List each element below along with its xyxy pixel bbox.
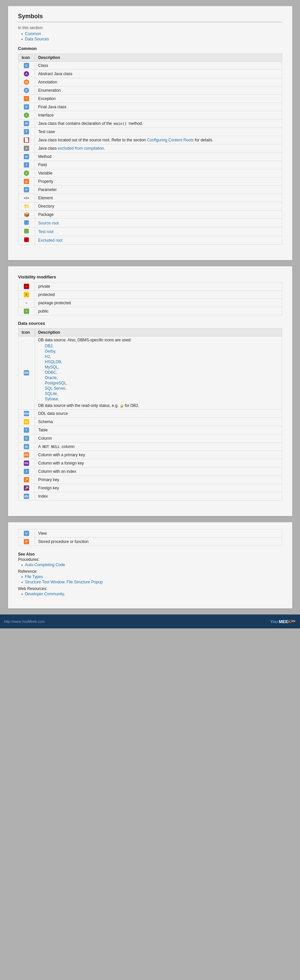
visibility-table: − private # protected ~ package protecte… [18, 282, 282, 315]
desc-column: Column [35, 434, 282, 443]
visibility-title: Visibility modifiers [18, 274, 282, 280]
icon-fk-col: FK [18, 459, 35, 468]
h2-link[interactable]: H2, [45, 354, 51, 359]
main-icon: M [24, 121, 29, 126]
procedures-list: Auto-Completing Code [22, 563, 282, 567]
db-readonly-note: DB data source with the read-only status… [38, 403, 278, 408]
desc-element: Element [35, 194, 282, 202]
icon-param: P [18, 186, 35, 194]
web-list: Developer Community, [22, 592, 282, 596]
table-row-public: + public [18, 307, 282, 315]
list-item: Sybase, [45, 397, 278, 401]
icon-pk: 🔑 [18, 476, 35, 484]
test-icon: T [24, 129, 29, 134]
table-row: M Java class that contains declaration o… [18, 119, 282, 128]
icon-protected: # [18, 291, 35, 299]
desc-private: private [35, 282, 282, 291]
db2-link[interactable]: DB2, [45, 344, 54, 348]
dbms-sublist: DB2, Derby, H2, HSQLDB, MySQL, ODBC, Ora… [45, 344, 278, 401]
icon-abstract: A [18, 70, 35, 78]
icon-outside: 📄 [18, 136, 35, 144]
footer-bar: http://www.YouMeek.com You MEE K [0, 614, 300, 628]
table-row: 📁 Directory [18, 202, 282, 210]
reference-label: Reference: [18, 569, 282, 574]
desc-package-protected: package protected [35, 299, 282, 307]
icon-method: m [18, 153, 35, 161]
icon-proc: P [18, 538, 35, 546]
variable-icon: v [24, 170, 29, 176]
enum-icon: E [24, 88, 29, 93]
desc-excluded: Java class excluded from compilation. [35, 144, 282, 153]
toc-list: Common Data Sources [22, 32, 282, 41]
fk-icon: 🔑 [24, 485, 29, 491]
table-row-test-root: Test root [18, 228, 282, 236]
sqlite-link[interactable]: SQLite, [45, 391, 58, 396]
odbc-link[interactable]: ODBC, [45, 370, 57, 375]
icon-enum: E [18, 86, 35, 95]
toc-item-common[interactable]: Common [22, 32, 282, 36]
table-row-idx: Idx Index [18, 492, 282, 501]
toc-item-datasources[interactable]: Data Sources [22, 37, 282, 41]
sybase-link[interactable]: Sybase, [45, 397, 59, 401]
structure-tool-link[interactable]: Structure Tool Window, File Structure Po… [25, 580, 103, 584]
table-row: T Test case [18, 128, 282, 136]
icon-final: F [18, 103, 35, 111]
annotation-icon: @ [24, 80, 29, 85]
auto-completing-link[interactable]: Auto-Completing Code [25, 563, 65, 567]
desc-param: Parameter [35, 186, 282, 194]
element-icon: </> [24, 195, 29, 200]
toc-link-common[interactable]: Common [25, 32, 41, 36]
desc-final: Final Java class [35, 103, 282, 111]
final-icon: F [24, 104, 29, 110]
list-item: SQL Server, [45, 386, 278, 391]
common-section-title: Common [18, 46, 282, 51]
table-row: E Enumeration [18, 86, 282, 95]
fk-col-icon: FK [24, 461, 29, 466]
desc-test-root: Test root [35, 228, 282, 236]
hsqldb-link[interactable]: HSQLDB, [45, 360, 62, 364]
toc-link-datasources[interactable]: Data Sources [25, 37, 49, 41]
desc-source-root: Source root [35, 219, 282, 228]
table-row-excluded-root: Excluded root [18, 236, 282, 245]
mysql-link[interactable]: MySQL, [45, 365, 59, 369]
table-row: X Java class excluded from compilation. [18, 144, 282, 153]
icon-ddl: DDL [18, 410, 35, 418]
desc-pk-col: Column with a primary key [35, 451, 282, 459]
footer-url: http://www.YouMeek.com [4, 619, 44, 624]
icon-class: C [18, 62, 35, 70]
table-row: I Interface [18, 111, 282, 119]
db-icon: DB [24, 370, 29, 375]
icon-field: f [18, 161, 35, 169]
desc-pk: Primary key [35, 476, 282, 484]
table-row: p Property [18, 177, 282, 186]
svg-text:MEE: MEE [279, 619, 289, 624]
developer-community-link[interactable]: Developer Community, [25, 592, 65, 596]
abstract-icon: A [24, 71, 29, 76]
list-item: PostgreSQL, [45, 381, 278, 385]
method-icon: m [24, 154, 29, 159]
table-row: F Final Java class [18, 103, 282, 111]
table-row-fk-col: FK Column with a foreign key [18, 459, 282, 468]
oracle-link[interactable]: Oracle, [45, 375, 58, 380]
table-row-db: DB DB data source. Also, DBMS-specific i… [18, 336, 282, 410]
package-protected-icon: ~ [24, 300, 29, 305]
list-item: SQLite, [45, 391, 278, 396]
table-row-schema: Sc Schema [18, 418, 282, 426]
list-item: HSQLDB, [45, 360, 278, 364]
derby-link[interactable]: Derby, [45, 349, 56, 353]
desc-abstract: Abstract Java class [35, 70, 282, 78]
interface-icon: I [24, 113, 29, 118]
icon-table: T [18, 426, 35, 434]
configuring-content-roots-link[interactable]: Configuring Content Roots [147, 138, 194, 142]
table-row-pk-col: PK Column with a primary key [18, 451, 282, 459]
reference-list: File Types Structure Tool Window, File S… [22, 574, 282, 584]
table-row-private: − private [18, 282, 282, 291]
sqlserver-link[interactable]: SQL Server, [45, 386, 67, 391]
table-row: 📦 Package [18, 210, 282, 219]
postgresql-link[interactable]: PostgreSQL, [45, 381, 68, 385]
file-types-link[interactable]: File Types [25, 574, 43, 579]
excluded-from-compilation-link[interactable]: excluded from compilation [58, 146, 104, 151]
ddl-icon: DDL [24, 411, 29, 416]
icon-package: 📦 [18, 210, 35, 219]
icon-view: V [18, 530, 35, 538]
